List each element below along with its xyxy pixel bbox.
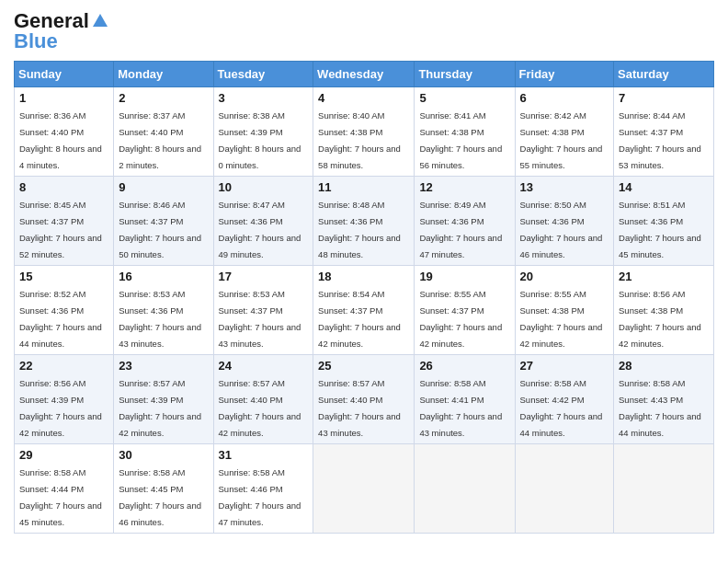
day-number: 24 xyxy=(219,359,309,373)
svg-marker-0 xyxy=(93,14,108,27)
day-detail: Sunrise: 8:53 AMSunset: 4:36 PMDaylight:… xyxy=(119,289,201,349)
calendar-cell: 15 Sunrise: 8:52 AMSunset: 4:36 PMDaylig… xyxy=(15,266,114,355)
day-number: 5 xyxy=(419,91,509,105)
day-detail: Sunrise: 8:56 AMSunset: 4:39 PMDaylight:… xyxy=(19,378,102,438)
day-detail: Sunrise: 8:40 AMSunset: 4:38 PMDaylight:… xyxy=(318,110,401,170)
day-number: 23 xyxy=(119,359,208,373)
day-number: 10 xyxy=(219,180,309,194)
day-detail: Sunrise: 8:36 AMSunset: 4:40 PMDaylight:… xyxy=(19,110,102,170)
day-detail: Sunrise: 8:49 AMSunset: 4:36 PMDaylight:… xyxy=(419,200,502,259)
logo-blue-text: Blue xyxy=(14,29,58,53)
calendar-week-1: 1 Sunrise: 8:36 AMSunset: 4:40 PMDayligh… xyxy=(15,87,714,177)
calendar-cell: 31 Sunrise: 8:58 AMSunset: 4:46 PMDaylig… xyxy=(213,444,313,534)
day-detail: Sunrise: 8:58 AMSunset: 4:42 PMDaylight:… xyxy=(520,378,603,438)
calendar-cell: 27 Sunrise: 8:58 AMSunset: 4:42 PMDaylig… xyxy=(515,355,614,444)
calendar-week-5: 29 Sunrise: 8:58 AMSunset: 4:44 PMDaylig… xyxy=(15,444,714,534)
day-number: 3 xyxy=(219,91,309,105)
day-number: 2 xyxy=(119,91,208,105)
day-detail: Sunrise: 8:57 AMSunset: 4:40 PMDaylight:… xyxy=(219,378,301,438)
day-number: 1 xyxy=(19,91,108,105)
day-detail: Sunrise: 8:45 AMSunset: 4:37 PMDaylight:… xyxy=(19,200,102,259)
day-detail: Sunrise: 8:58 AMSunset: 4:46 PMDaylight:… xyxy=(219,467,301,527)
calendar-cell: 30 Sunrise: 8:58 AMSunset: 4:45 PMDaylig… xyxy=(114,444,213,534)
calendar-cell: 4 Sunrise: 8:40 AMSunset: 4:38 PMDayligh… xyxy=(313,87,415,177)
day-detail: Sunrise: 8:56 AMSunset: 4:38 PMDaylight:… xyxy=(619,289,701,349)
day-number: 13 xyxy=(520,180,609,194)
col-header-monday: Monday xyxy=(114,62,213,87)
day-detail: Sunrise: 8:58 AMSunset: 4:41 PMDaylight:… xyxy=(419,378,502,438)
calendar-cell: 17 Sunrise: 8:53 AMSunset: 4:37 PMDaylig… xyxy=(213,266,313,355)
calendar-cell: 28 Sunrise: 8:58 AMSunset: 4:43 PMDaylig… xyxy=(614,355,714,444)
day-number: 31 xyxy=(219,448,309,462)
logo-icon xyxy=(91,12,109,30)
day-number: 8 xyxy=(19,180,108,194)
day-number: 7 xyxy=(619,91,709,105)
calendar-week-3: 15 Sunrise: 8:52 AMSunset: 4:36 PMDaylig… xyxy=(15,266,714,355)
calendar-cell: 14 Sunrise: 8:51 AMSunset: 4:36 PMDaylig… xyxy=(614,177,714,266)
page-container: General Blue SundayMondayTuesdayWednesda… xyxy=(0,0,728,543)
calendar-cell: 10 Sunrise: 8:47 AMSunset: 4:36 PMDaylig… xyxy=(213,177,313,266)
day-number: 17 xyxy=(219,270,309,283)
day-detail: Sunrise: 8:53 AMSunset: 4:37 PMDaylight:… xyxy=(219,289,301,349)
logo: General Blue xyxy=(14,9,109,53)
day-detail: Sunrise: 8:58 AMSunset: 4:45 PMDaylight:… xyxy=(119,467,201,527)
day-number: 28 xyxy=(619,359,709,373)
calendar-cell xyxy=(415,444,515,534)
calendar-cell: 5 Sunrise: 8:41 AMSunset: 4:38 PMDayligh… xyxy=(415,87,515,177)
day-number: 12 xyxy=(419,180,509,194)
calendar-cell: 25 Sunrise: 8:57 AMSunset: 4:40 PMDaylig… xyxy=(313,355,415,444)
day-detail: Sunrise: 8:55 AMSunset: 4:37 PMDaylight:… xyxy=(419,289,502,349)
day-number: 19 xyxy=(419,270,509,283)
day-number: 9 xyxy=(119,180,208,194)
col-header-wednesday: Wednesday xyxy=(313,62,415,87)
day-detail: Sunrise: 8:38 AMSunset: 4:39 PMDaylight:… xyxy=(219,110,301,170)
day-number: 22 xyxy=(19,359,108,373)
day-detail: Sunrise: 8:44 AMSunset: 4:37 PMDaylight:… xyxy=(619,110,701,170)
day-number: 6 xyxy=(520,91,609,105)
day-detail: Sunrise: 8:46 AMSunset: 4:37 PMDaylight:… xyxy=(119,200,201,259)
day-detail: Sunrise: 8:47 AMSunset: 4:36 PMDaylight:… xyxy=(219,200,301,259)
day-number: 18 xyxy=(318,270,409,283)
calendar-cell: 11 Sunrise: 8:48 AMSunset: 4:36 PMDaylig… xyxy=(313,177,415,266)
day-detail: Sunrise: 8:51 AMSunset: 4:36 PMDaylight:… xyxy=(619,200,701,259)
col-header-friday: Friday xyxy=(515,62,614,87)
calendar-cell: 19 Sunrise: 8:55 AMSunset: 4:37 PMDaylig… xyxy=(415,266,515,355)
day-number: 14 xyxy=(619,180,709,194)
day-detail: Sunrise: 8:57 AMSunset: 4:39 PMDaylight:… xyxy=(119,378,201,438)
day-detail: Sunrise: 8:50 AMSunset: 4:36 PMDaylight:… xyxy=(520,200,603,259)
calendar-cell: 18 Sunrise: 8:54 AMSunset: 4:37 PMDaylig… xyxy=(313,266,415,355)
col-header-thursday: Thursday xyxy=(415,62,515,87)
day-detail: Sunrise: 8:55 AMSunset: 4:38 PMDaylight:… xyxy=(520,289,603,349)
day-detail: Sunrise: 8:58 AMSunset: 4:44 PMDaylight:… xyxy=(19,467,102,527)
col-header-sunday: Sunday xyxy=(15,62,114,87)
day-detail: Sunrise: 8:48 AMSunset: 4:36 PMDaylight:… xyxy=(318,200,401,259)
day-number: 25 xyxy=(318,359,409,373)
calendar-cell: 21 Sunrise: 8:56 AMSunset: 4:38 PMDaylig… xyxy=(614,266,714,355)
day-number: 4 xyxy=(318,91,409,105)
calendar-week-2: 8 Sunrise: 8:45 AMSunset: 4:37 PMDayligh… xyxy=(15,177,714,266)
calendar-cell: 2 Sunrise: 8:37 AMSunset: 4:40 PMDayligh… xyxy=(114,87,213,177)
calendar-cell xyxy=(313,444,415,534)
day-detail: Sunrise: 8:41 AMSunset: 4:38 PMDaylight:… xyxy=(419,110,502,170)
calendar-cell: 13 Sunrise: 8:50 AMSunset: 4:36 PMDaylig… xyxy=(515,177,614,266)
calendar-cell xyxy=(515,444,614,534)
day-number: 27 xyxy=(520,359,609,373)
calendar-header-row: SundayMondayTuesdayWednesdayThursdayFrid… xyxy=(15,62,714,87)
calendar-cell: 20 Sunrise: 8:55 AMSunset: 4:38 PMDaylig… xyxy=(515,266,614,355)
col-header-tuesday: Tuesday xyxy=(213,62,313,87)
calendar-cell: 6 Sunrise: 8:42 AMSunset: 4:38 PMDayligh… xyxy=(515,87,614,177)
calendar-cell: 3 Sunrise: 8:38 AMSunset: 4:39 PMDayligh… xyxy=(213,87,313,177)
calendar-cell: 16 Sunrise: 8:53 AMSunset: 4:36 PMDaylig… xyxy=(114,266,213,355)
day-number: 15 xyxy=(19,270,108,283)
calendar-table: SundayMondayTuesdayWednesdayThursdayFrid… xyxy=(14,61,714,534)
day-number: 21 xyxy=(619,270,709,283)
calendar-cell: 9 Sunrise: 8:46 AMSunset: 4:37 PMDayligh… xyxy=(114,177,213,266)
calendar-cell: 26 Sunrise: 8:58 AMSunset: 4:41 PMDaylig… xyxy=(415,355,515,444)
day-detail: Sunrise: 8:54 AMSunset: 4:37 PMDaylight:… xyxy=(318,289,401,349)
calendar-cell: 7 Sunrise: 8:44 AMSunset: 4:37 PMDayligh… xyxy=(614,87,714,177)
day-number: 26 xyxy=(419,359,509,373)
calendar-cell: 8 Sunrise: 8:45 AMSunset: 4:37 PMDayligh… xyxy=(15,177,114,266)
calendar-cell: 1 Sunrise: 8:36 AMSunset: 4:40 PMDayligh… xyxy=(15,87,114,177)
calendar-cell xyxy=(614,444,714,534)
calendar-cell: 23 Sunrise: 8:57 AMSunset: 4:39 PMDaylig… xyxy=(114,355,213,444)
